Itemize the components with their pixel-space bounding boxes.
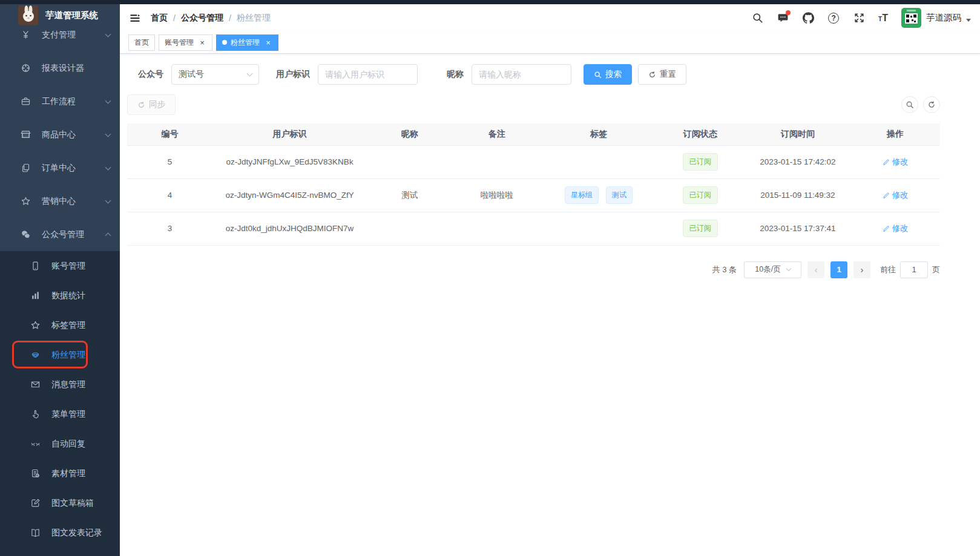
hamburger-fold-icon[interactable] xyxy=(129,12,141,24)
sidebar-item-label: 粉丝管理 xyxy=(51,350,110,361)
filter-form: 公众号 测试号 用户标识 昵称 搜索 重置 xyxy=(138,64,940,85)
sidebar-item-report-designer[interactable]: 报表设计器 xyxy=(0,51,120,85)
sidebar-item-mall[interactable]: 商品中心 xyxy=(0,118,120,151)
sidebar-item-label: 工作流程 xyxy=(42,96,106,107)
cell-tags: 星标组 测试 xyxy=(542,178,656,212)
tab-account-manage[interactable]: 账号管理 × xyxy=(159,34,212,51)
account-select-value: 测试号 xyxy=(179,69,204,80)
sidebar-item-account-manage[interactable]: 账号管理 xyxy=(0,251,120,281)
tab-active-dot xyxy=(222,40,227,45)
close-icon[interactable]: × xyxy=(264,38,272,47)
sidebar-item-message-manage[interactable]: 消息管理 xyxy=(0,370,120,399)
toggle-search-button[interactable] xyxy=(901,96,918,113)
sidebar-item-tag-manage[interactable]: 标签管理 xyxy=(0,310,120,340)
account-select[interactable]: 测试号 xyxy=(171,64,259,85)
sidebar-item-material-manage[interactable]: 素材管理 xyxy=(0,459,120,488)
cell-tags xyxy=(542,212,656,245)
cell-status: 已订阅 xyxy=(656,145,745,178)
goto-unit: 页 xyxy=(932,264,940,275)
tab-label: 粉丝管理 xyxy=(231,38,260,48)
sidebar-item-label: 消息管理 xyxy=(51,379,110,390)
openid-label: 用户标识 xyxy=(276,69,310,80)
col-status: 订阅状态 xyxy=(656,123,745,145)
chevron-down-icon xyxy=(105,97,111,103)
tab-fans-manage[interactable]: 粉丝管理 × xyxy=(216,34,278,51)
sidebar-item-label: 支付管理 xyxy=(42,30,106,41)
help-icon[interactable]: ? xyxy=(827,12,840,24)
cell-openid: oz-Jdtyn-WGm4C4I5Z-nvBMO_ZfY xyxy=(212,178,367,212)
sidebar-item-draft-box[interactable]: 图文草稿箱 xyxy=(0,488,120,518)
refresh-table-button[interactable] xyxy=(923,96,940,113)
sidebar: 芋道管理系统 支付管理 报表设计器 工作流程 商品中心 订单中心 xyxy=(0,0,120,556)
wechat-submenu: 账号管理 数据统计 标签管理 粉丝管理 消息管理 菜单管理 xyxy=(0,251,120,556)
edit-link[interactable]: 修改 xyxy=(883,157,909,168)
sidebar-item-label: 图文发表记录 xyxy=(51,528,110,538)
edit-link[interactable]: 修改 xyxy=(883,190,909,201)
tab-label: 账号管理 xyxy=(165,38,194,48)
sidebar-item-menu-manage[interactable]: 菜单管理 xyxy=(0,399,120,429)
robot-fans-icon xyxy=(30,350,41,361)
star-outline-icon xyxy=(30,320,41,331)
goto-page: 前往 页 xyxy=(880,261,940,278)
cell-status: 已订阅 xyxy=(656,212,745,245)
chevron-down-icon xyxy=(247,70,253,76)
status-badge: 已订阅 xyxy=(683,153,718,171)
nickname-input[interactable] xyxy=(472,64,571,85)
shop-icon xyxy=(20,129,31,140)
navbar-actions: ? TT 芋道源码 xyxy=(751,8,971,28)
pencil-icon xyxy=(883,225,890,232)
close-icon[interactable]: × xyxy=(198,38,206,47)
sidebar-item-data-stats[interactable]: 数据统计 xyxy=(0,281,120,310)
user-menu[interactable]: 芋道源码 xyxy=(901,8,971,28)
cell-id: 4 xyxy=(127,178,212,212)
edit-square-icon xyxy=(30,498,41,509)
page-size-value: 10条/页 xyxy=(755,264,780,275)
goto-page-input[interactable] xyxy=(900,261,928,278)
tab-home[interactable]: 首页 xyxy=(128,34,155,51)
openid-input[interactable] xyxy=(318,64,418,85)
document-icon xyxy=(30,468,41,479)
next-page-button[interactable]: › xyxy=(853,261,870,278)
app-logo[interactable]: 芋道管理系统 xyxy=(0,0,120,30)
col-action: 操作 xyxy=(850,123,940,145)
username: 芋道源码 xyxy=(926,12,961,24)
cell-status: 已订阅 xyxy=(656,178,745,212)
font-size-icon[interactable]: TT xyxy=(878,13,888,24)
page-number-1[interactable]: 1 xyxy=(830,261,847,278)
cell-openid: oz-Jdt0kd_jdhUxJHQdBJMIOFN7w xyxy=(212,212,367,245)
sidebar-item-auto-reply[interactable]: 自动回复 xyxy=(0,429,120,459)
search-icon xyxy=(906,100,914,109)
search-icon[interactable] xyxy=(751,12,763,24)
open-book-icon xyxy=(30,528,41,538)
reset-button[interactable]: 重置 xyxy=(638,64,686,85)
sidebar-item-label: 自动回复 xyxy=(51,439,110,450)
sidebar-item-workflow[interactable]: 工作流程 xyxy=(0,85,120,118)
chevron-down-icon xyxy=(105,131,111,137)
cell-openid: oz-JdtyJNFfgLXw_9EdJ5V83KNBk xyxy=(212,145,367,178)
main-area: 首页 / 公众号管理 / 粉丝管理 ? TT xyxy=(120,4,980,556)
sidebar-item-fans-manage[interactable]: 粉丝管理 xyxy=(0,340,120,370)
sidebar-item-label: 公众号管理 xyxy=(42,229,106,240)
lashes-eyes-icon xyxy=(30,439,41,450)
sidebar-item-wechat-official[interactable]: 公众号管理 xyxy=(0,218,120,251)
sync-button[interactable]: 同步 xyxy=(127,94,176,115)
sidebar-item-marketing[interactable]: 营销中心 xyxy=(0,185,120,218)
search-button[interactable]: 搜索 xyxy=(584,64,632,85)
fans-table: 编号 用户标识 昵称 备注 标签 订阅状态 订阅时间 操作 5 oz-JdtyJ… xyxy=(127,123,940,246)
fullscreen-icon[interactable] xyxy=(853,12,865,24)
caret-down-icon xyxy=(966,19,971,22)
cell-id: 5 xyxy=(127,145,212,178)
message-icon[interactable] xyxy=(777,12,789,24)
pagination: 共 3 条 10条/页 ‹ 1 › 前往 页 xyxy=(127,261,940,278)
page-size-select[interactable]: 10条/页 xyxy=(744,261,801,278)
prev-page-button[interactable]: ‹ xyxy=(807,261,824,278)
breadcrumb-wechat-manage[interactable]: 公众号管理 xyxy=(181,13,223,24)
github-icon[interactable] xyxy=(802,12,814,24)
edit-link[interactable]: 修改 xyxy=(883,223,909,234)
total-count: 共 3 条 xyxy=(712,264,737,275)
sidebar-item-order[interactable]: 订单中心 xyxy=(0,151,120,185)
pencil-icon xyxy=(883,159,890,166)
breadcrumb-home[interactable]: 首页 xyxy=(151,13,168,24)
sidebar-item-publish-record[interactable]: 图文发表记录 xyxy=(0,518,120,548)
tabs-bar: 首页 账号管理 × 粉丝管理 × xyxy=(120,31,980,54)
